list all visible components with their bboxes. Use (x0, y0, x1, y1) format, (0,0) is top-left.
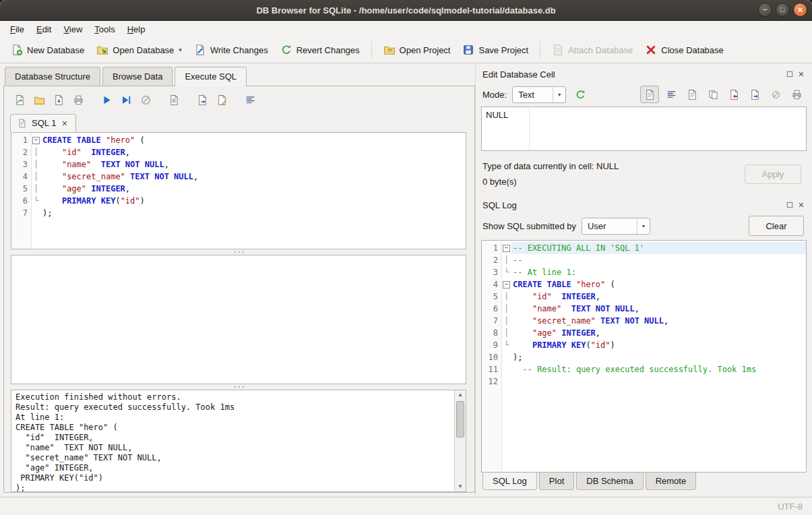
code-line: 6└ PRIMARY KEY("id") (11, 195, 466, 207)
doc-icon (644, 89, 656, 100)
format-sql-button[interactable] (241, 92, 259, 108)
menu-file[interactable]: File (4, 22, 30, 36)
execute-current-line-button[interactable] (117, 92, 135, 108)
scroll-down-icon[interactable]: ▼ (458, 482, 463, 491)
titlebar[interactable]: DB Browser for SQLite - /home/user/code/… (0, 0, 812, 21)
cell-editor-guide (529, 107, 530, 150)
menu-help[interactable]: Help (121, 22, 152, 36)
left-panel: Database StructureBrowse DataExecute SQL… (0, 63, 475, 497)
mode-select[interactable]: Text ▾ (512, 86, 566, 103)
line-number: 8 (482, 327, 501, 339)
save-results-button[interactable] (165, 92, 183, 108)
close-button[interactable]: × (793, 3, 807, 17)
line-number: 7 (482, 315, 501, 327)
tab-browse-data[interactable]: Browse Data (102, 67, 173, 86)
log-line: Result: query executed successfully. Too… (15, 402, 450, 413)
float-panel-icon[interactable] (786, 70, 794, 78)
code-text: "name" TEXT NOT NULL, (511, 303, 806, 315)
cell-value: NULL (486, 110, 508, 120)
sql-log-filter-label: Show SQL submitted by (482, 221, 576, 231)
fold-marker-icon[interactable]: − (501, 242, 511, 254)
close-panel-icon[interactable] (797, 70, 805, 78)
sql-tab-bar: SQL 1 (4, 112, 474, 132)
encoding-label: UTF-8 (778, 502, 803, 512)
log-line: "name" TEXT NOT NULL, (15, 443, 450, 453)
splitter-handle[interactable] (4, 384, 474, 390)
code-line: 10); (482, 351, 806, 363)
fold-marker-icon[interactable]: − (501, 278, 511, 291)
sql-tab[interactable]: SQL 1 (10, 114, 76, 132)
close-tab-icon[interactable] (61, 119, 69, 127)
sql-log-view[interactable]: 1−-- EXECUTING ALL IN 'SQL 1'2│--3└-- At… (481, 240, 807, 473)
auto-mode-button[interactable] (571, 86, 589, 102)
open-database-button[interactable]: Open Database▾ (91, 40, 187, 60)
sql-editor[interactable]: 1−CREATE TABLE "hero" (2│ "id" INTEGER,3… (11, 132, 466, 249)
line-number: 2 (482, 254, 501, 266)
dock-tab-sql-log[interactable]: SQL Log (482, 473, 537, 490)
sql-tab-label: SQL 1 (32, 118, 56, 128)
status-bar: UTF-8 (0, 497, 812, 515)
scroll-thumb[interactable] (456, 401, 464, 437)
log-line: "age" INTEGER, (15, 463, 450, 473)
cell-info-row: Type of data currently in cell: NULL 0 b… (481, 151, 807, 197)
save-sql-file-button[interactable] (50, 92, 67, 108)
open-sql-file-button[interactable] (30, 92, 48, 108)
log-line: "secret_name" TEXT NOT NULL, (15, 453, 450, 463)
mode-value: Text (513, 90, 553, 100)
execution-log-text[interactable]: Execution finished without errors.Result… (11, 390, 454, 491)
menu-tools[interactable]: Tools (88, 22, 121, 36)
sql-log-filter-select[interactable]: User ▾ (582, 218, 650, 235)
tab-execute-sql[interactable]: Execute SQL (175, 67, 247, 86)
print-icon (73, 94, 84, 106)
open-project-button-label: Open Project (400, 45, 451, 55)
cell-value-editor[interactable]: NULL (481, 107, 807, 151)
open-project-button[interactable]: Open Project (378, 40, 456, 60)
export-button[interactable] (193, 92, 211, 108)
print-button[interactable] (69, 92, 87, 108)
close-panel-icon[interactable] (797, 201, 805, 209)
scroll-up-icon[interactable]: ▲ (458, 390, 463, 400)
edit-button[interactable] (213, 92, 230, 108)
splitter-handle[interactable] (4, 249, 474, 255)
dock-tab-db-schema[interactable]: DB Schema (576, 473, 643, 490)
open-database-icon (96, 44, 108, 56)
revert-changes-button[interactable]: Revert Changes (275, 40, 365, 60)
menu-view[interactable]: View (57, 22, 88, 36)
maximize-button[interactable]: □ (776, 3, 790, 17)
clear-button[interactable]: Clear (749, 216, 804, 236)
results-grid[interactable] (11, 255, 466, 384)
dock-tab-plot[interactable]: Plot (539, 473, 574, 490)
write-changes-button[interactable]: Write Changes (189, 40, 274, 60)
tab-database-structure[interactable]: Database Structure (5, 67, 100, 86)
export-data-button[interactable] (746, 86, 763, 102)
code-text: "secret_name" TEXT NOT NULL, (511, 315, 806, 327)
copy-icon (708, 89, 719, 100)
open-tab-button[interactable] (11, 92, 28, 108)
fold-marker-icon[interactable]: − (31, 134, 41, 146)
new-database-button[interactable]: New Database (5, 40, 90, 60)
code-line: 7); (11, 207, 466, 219)
word-wrap-button[interactable] (662, 86, 680, 102)
line-number: 1 (11, 134, 31, 146)
dock-tab-remote[interactable]: Remote (646, 473, 697, 490)
sql-log-title: SQL Log (482, 200, 786, 210)
minimize-button[interactable]: − (758, 3, 772, 17)
menu-edit[interactable]: Edit (30, 22, 57, 36)
float-panel-icon[interactable] (786, 201, 794, 209)
log-line: PRIMARY KEY("id") (15, 473, 450, 483)
print-cell-button[interactable] (788, 86, 805, 102)
import-data-button[interactable] (725, 86, 743, 102)
text-view-button[interactable] (640, 86, 659, 103)
dropdown-arrow-icon[interactable]: ▾ (179, 47, 182, 53)
copy-button[interactable] (704, 86, 722, 102)
close-database-button[interactable]: Close Database (639, 40, 729, 60)
code-line: 3└-- At line 1: (482, 266, 806, 278)
save-project-button[interactable]: Save Project (457, 40, 534, 60)
auto-icon (575, 89, 586, 100)
scroll-track[interactable] (455, 400, 466, 482)
open-file-button[interactable] (683, 86, 701, 102)
attach-database-icon (552, 44, 564, 56)
execute-all-button[interactable] (98, 92, 115, 108)
toolbar-separator (540, 41, 540, 59)
vertical-scrollbar[interactable]: ▲ ▼ (454, 390, 466, 491)
